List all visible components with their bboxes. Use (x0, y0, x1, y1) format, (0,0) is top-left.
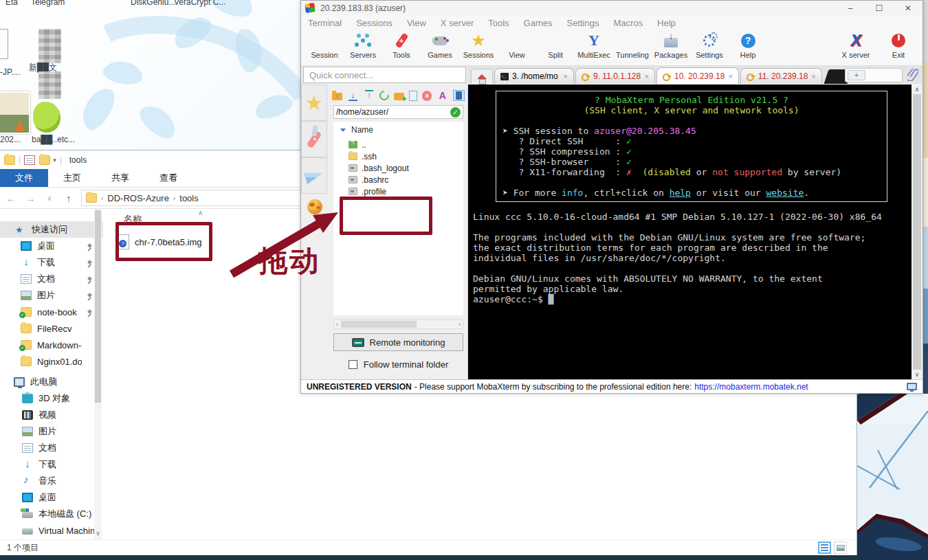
menu-item[interactable]: Terminal (308, 18, 342, 28)
toolbar-button[interactable]: Split (536, 32, 575, 59)
session-tab[interactable]: >_ 3. /home/mo × (494, 68, 574, 84)
toolbar-button[interactable]: Help (729, 32, 767, 59)
delete-icon[interactable]: × (422, 91, 432, 101)
desktop-icon-label[interactable]: -JP.... (0, 67, 21, 77)
scroll-down-icon[interactable]: ∨ (915, 371, 920, 378)
menu-item[interactable]: Sessions (356, 18, 393, 28)
menu-item[interactable]: Macros (613, 18, 643, 28)
sidebar-item[interactable]: 视频 (0, 407, 103, 423)
quick-connect-input[interactable] (303, 67, 466, 83)
menu-item[interactable]: View (407, 18, 426, 28)
menu-item[interactable]: Games (524, 18, 553, 28)
remote-path-input[interactable]: /home/azuser/ ✓ (333, 105, 463, 119)
desktop-green-app-icon[interactable] (33, 102, 60, 133)
sort-caret-icon[interactable]: ∧ (198, 209, 203, 216)
sidebar-item[interactable]: 3D 对象 (0, 390, 103, 407)
download-icon[interactable]: ↓ (347, 90, 359, 101)
subscription-link[interactable]: https://mobaxterm.mobatek.net (694, 382, 808, 392)
refresh-icon[interactable] (377, 89, 391, 102)
recent-locations-icon[interactable]: ∨ (43, 194, 56, 202)
breadcrumb-item[interactable]: tools (179, 193, 198, 203)
forward-arrow-icon[interactable]: → (23, 192, 37, 204)
breadcrumb-item[interactable]: DD-ROS-Azure (107, 193, 169, 203)
sidebar-item[interactable]: 文档 (0, 440, 103, 456)
sidebar-item[interactable]: note-book (0, 304, 103, 320)
desktop-document-icon[interactable] (0, 29, 8, 59)
sidebar-item[interactable]: Markdown-not (0, 337, 103, 353)
toolbar-button[interactable]: Exit (877, 32, 920, 59)
desktop-icon-label[interactable]: VeraCrypt C... (174, 0, 225, 7)
toolbar-button[interactable]: Y MultiExec (575, 32, 613, 59)
desktop-icon-label[interactable]: ba██..etc... (32, 135, 75, 144)
remote-file-row[interactable]: .. (333, 139, 463, 150)
nav-scrollbar[interactable]: ∨ (94, 209, 102, 539)
ribbon-tab[interactable]: 共享 (96, 169, 144, 187)
sidebar-item[interactable]: 桌面 (0, 238, 103, 254)
sessions-panel-button[interactable]: ★ (301, 85, 327, 121)
toolbar-button[interactable]: Packages (652, 32, 690, 59)
sidebar-item[interactable]: FileRecv (0, 320, 103, 337)
sidebar-item[interactable]: 本地磁盘 (C:) (0, 506, 103, 522)
toolbar-button[interactable]: X X server (835, 32, 877, 59)
tab-close-icon[interactable]: × (728, 72, 732, 80)
follow-icon[interactable] (453, 90, 465, 101)
toolbar-button[interactable]: ★ Sessions (459, 32, 498, 59)
upload-icon[interactable]: ↑ (364, 90, 375, 101)
toolbar-button[interactable]: Tunneling (613, 32, 652, 59)
remote-file-row[interactable]: .bashrc (333, 174, 463, 186)
toolbar-button[interactable]: Session (305, 32, 344, 59)
desktop-blurred-icon[interactable] (38, 71, 61, 99)
mobaxterm-titlebar[interactable]: 20.239.183.83 (azuser) – ☐ ✕ (301, 1, 923, 15)
desktop-icon-label[interactable]: Eta (5, 0, 18, 7)
terminal-scrollbar[interactable]: ∧ ∨ (912, 85, 923, 379)
details-view-button[interactable] (818, 541, 831, 554)
menu-item[interactable]: Help (657, 18, 676, 28)
sidebar-item[interactable]: Virtual Machine (0, 522, 103, 539)
desktop-icon-label[interactable]: 202... (0, 135, 21, 144)
sidebar-item[interactable]: 下载 (0, 456, 103, 473)
desktop-blurred-icon[interactable] (38, 29, 61, 63)
paperclip-icon[interactable] (907, 67, 918, 84)
scroll-up-icon[interactable]: ∧ (915, 86, 920, 93)
qat-newfolder-icon[interactable] (39, 155, 50, 165)
session-tab[interactable]: 10. 20.239.18 × (656, 67, 739, 84)
toolbar-button[interactable]: Servers (344, 32, 382, 59)
up-arrow-icon[interactable]: ↑ (62, 192, 76, 204)
new-file-icon[interactable] (409, 91, 417, 101)
desktop-icon-label[interactable]: DiskGeniu... (131, 0, 175, 7)
toolbar-button[interactable]: Tools (382, 32, 421, 59)
ribbon-tab[interactable]: 主页 (48, 169, 96, 187)
back-arrow-icon[interactable]: ← (4, 192, 18, 204)
rename-icon[interactable]: A (437, 90, 448, 101)
tab-close-icon[interactable]: × (564, 72, 568, 80)
menu-item[interactable]: Settings (567, 18, 599, 28)
thumbnail-view-button[interactable] (834, 541, 847, 554)
remote-monitoring-button[interactable]: Remote monitoring (333, 333, 463, 351)
toolbar-button[interactable]: Settings (690, 32, 729, 59)
desktop-icon-label[interactable]: Telegram (31, 0, 65, 7)
remote-file-row[interactable]: .profile (333, 186, 463, 197)
minimize-button[interactable]: – (836, 1, 865, 15)
maximize-button[interactable]: ☐ (865, 1, 894, 15)
macros-panel-button[interactable] (301, 157, 327, 194)
sidebar-item[interactable]: 音乐 (0, 473, 103, 489)
ribbon-tab[interactable]: 文件 (0, 169, 48, 187)
terminal-screen[interactable]: ? MobaXterm Personal Edition v21.5 ?(SSH… (468, 85, 912, 379)
sidebar-item[interactable]: 桌面 (0, 489, 103, 506)
ribbon-tab[interactable]: 查看 (144, 169, 192, 187)
toolbar-button[interactable]: View (498, 32, 536, 59)
menu-item[interactable]: X server (441, 18, 474, 28)
qat-properties-icon[interactable] (24, 155, 35, 165)
sidebar-item[interactable]: Nginx01.doc (0, 353, 103, 370)
toolbar-button[interactable]: Games (421, 32, 459, 59)
remote-file-row[interactable]: .ssh (333, 150, 463, 162)
qat-dropdown-icon[interactable]: ▾ (53, 157, 56, 164)
new-folder-icon[interactable] (394, 93, 404, 100)
sidebar-item-this-pc[interactable]: 此电脑 (0, 374, 103, 390)
home-tab-button[interactable] (471, 69, 493, 84)
menu-item[interactable]: Tools (488, 18, 509, 28)
desktop-photo-icon[interactable] (0, 91, 30, 134)
sidebar-item[interactable]: 下载 (0, 254, 103, 271)
sidebar-hscrollbar[interactable]: ‹ › (333, 320, 463, 329)
remote-file-row[interactable]: .bash_logout (333, 162, 463, 174)
